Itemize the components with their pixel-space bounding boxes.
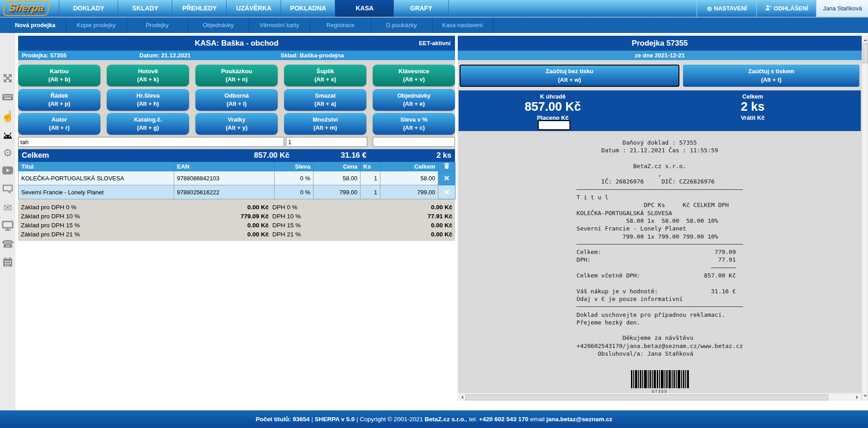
col-sleva: Sleva [275, 162, 313, 171]
vat-row: Základ pro DPH 10 % 779.09 Kč DPH 10 % 7… [18, 212, 455, 221]
pieces-label: Celkem [685, 93, 821, 100]
barcode [631, 370, 689, 390]
cell-celkem: 58.00 [380, 171, 438, 185]
table-row[interactable]: Severní Francie - Lonely Planet 97880256… [19, 185, 455, 199]
settings-button[interactable]: ⚙NASTAVENÍ [697, 0, 757, 17]
quantity-button[interactable]: Množství(Alt + m) [284, 113, 366, 135]
footer-title-count: Počet titulů: 93654 [256, 416, 309, 423]
phone-icon[interactable]: ☎ [0, 239, 15, 249]
tab-d-poukazky[interactable]: D.poukázky [371, 18, 432, 33]
kasa-sub-navigation: Nová prodejka Kopie prodejky Prodejky Ob… [0, 18, 868, 33]
envelope-icon[interactable]: ✉ [0, 202, 15, 213]
vat-row: Základ pro DPH 15 % 0.00 Kč DPH 15 % 0.0… [18, 221, 455, 230]
nav-item-sklady[interactable]: SKLADY [118, 0, 172, 17]
odborna-button[interactable]: Odborná(Alt + l) [195, 89, 278, 111]
android-icon[interactable] [0, 130, 15, 141]
scroll-left-icon[interactable] [460, 395, 463, 399]
sherpa-logo[interactable]: Sherpa [4, 1, 49, 15]
status-footer: Počet titulů: 93654 | SHERPA v 5.0 | Cop… [0, 410, 868, 428]
drawer-button[interactable]: Šuplík(Alt + x) [284, 65, 366, 86]
catalog-number-button[interactable]: Katalog.č.(Alt + g) [107, 113, 189, 135]
keyboard-button[interactable]: Klávesnice(Alt + v) [373, 65, 455, 86]
cell-titul: Severní Francie - Lonely Planet [19, 185, 174, 199]
keyboard-icon[interactable] [0, 93, 15, 103]
calendar-icon[interactable] [0, 257, 15, 269]
scroll-up-icon[interactable] [863, 38, 867, 41]
video-play-icon[interactable] [0, 166, 15, 177]
returns-button[interactable]: Vratky(Alt + y) [195, 113, 278, 135]
tab-vernostni-karty[interactable]: Věrnostní karty [249, 18, 310, 33]
logout-button[interactable]: ODHLÁŠENÍ [756, 0, 816, 17]
sale-number: Prodejka: 57355 [22, 51, 66, 60]
monitor-icon[interactable] [0, 221, 15, 233]
nav-item-uzaverka[interactable]: UZÁVĚRKA [226, 0, 281, 17]
items-table-header: Titul EAN Sleva Cena Ks Celkem [19, 162, 455, 171]
horizontal-scrollbar-thumb[interactable] [465, 395, 828, 400]
trash-icon [438, 162, 455, 171]
amount-due-value: 857.00 Kč [485, 100, 621, 114]
gear-icon: ⚙ [707, 0, 712, 17]
book-without-print-button[interactable]: Zaúčtuj bez tisku(Alt + w) [460, 65, 679, 87]
cell-ks: 1 [360, 185, 380, 199]
expand-arrows-icon[interactable] [0, 73, 15, 85]
col-ean: EAN [174, 162, 275, 171]
horizontal-scrollbar[interactable] [458, 394, 862, 400]
tab-kasa-nastaveni[interactable]: Kasa-nastavení [432, 18, 493, 33]
percent-discount-button[interactable]: Sleva v %(Alt + c) [373, 113, 455, 135]
delete-row-icon[interactable]: × [438, 185, 455, 199]
nav-item-grafy[interactable]: GRAFY [394, 0, 449, 17]
vat-row: Základ pro DPH 0 % 0.00 Kč DPH 0 % 0.00 … [18, 202, 455, 212]
cell-celkem: 799.00 [380, 185, 438, 199]
extra-input[interactable] [373, 137, 455, 147]
sale-date: Datum: 21.12.2021 [139, 51, 190, 60]
search-input[interactable] [18, 137, 284, 147]
receipt-date-bar: ze dne 2021-12-21 [458, 51, 862, 60]
nav-item-doklady[interactable]: DOKLADY [59, 0, 118, 17]
tab-nova-prodejka[interactable]: Nová prodejka [5, 18, 66, 33]
quantity-input[interactable] [286, 137, 367, 147]
orders-button[interactable]: Objednávky(Alt + e) [373, 89, 455, 111]
bulk-discount-button[interactable]: Hr.Sleva(Alt + h) [107, 89, 189, 111]
delete-button[interactable]: Smazat(Alt + a) [284, 89, 366, 111]
tab-objednavky[interactable]: Objednávky [188, 18, 249, 33]
nav-item-kasa[interactable]: KASA [335, 0, 394, 17]
delete-row-icon[interactable]: × [438, 171, 455, 185]
author-button[interactable]: Autor(Alt + r) [18, 113, 100, 135]
hand-pointer-icon[interactable]: ☝ [0, 111, 15, 122]
paid-amount-input[interactable] [538, 120, 570, 130]
nav-item-prehledy[interactable]: PŘEHLEDY [172, 0, 227, 17]
vertical-scrollbar[interactable] [862, 36, 868, 400]
cell-titul: KOLEČKA-PORTUGALSKÁ SLOVESA [19, 171, 174, 185]
app-window: Sherpa DOKLADY SKLADY PŘEHLEDY UZÁVĚRKA … [0, 0, 868, 428]
scroll-right-icon[interactable] [856, 395, 860, 399]
book-with-print-button[interactable]: Zaúčtuj s tiskem(Alt + t) [683, 65, 859, 87]
receipt-title: Prodejka 57355 [632, 39, 688, 47]
pay-cash-button[interactable]: Hotově(Alt + k) [107, 65, 189, 86]
table-row[interactable]: KOLEČKA-PORTUGALSKÁ SLOVESA 978808684210… [19, 171, 455, 185]
nav-item-pokladna[interactable]: POKLADNA [280, 0, 335, 17]
pay-card-button[interactable]: Kartou(Alt + b) [18, 65, 100, 86]
col-cena: Cena [313, 162, 360, 171]
totals-czk: 857.00 Kč [254, 149, 289, 162]
cell-cena: 58.00 [313, 171, 360, 185]
gear-icon[interactable]: ⚙ [0, 147, 15, 158]
payment-panel: K úhradě 857.00 Kč Placeno Kč Celkem 2 k… [459, 90, 861, 131]
change-label: Vrátit Kč [685, 114, 821, 121]
totals-eur: 31.16 € [341, 149, 366, 162]
items-table: Titul EAN Sleva Cena Ks Celkem KOLEČKA-P… [18, 162, 455, 199]
row-button[interactable]: Řádek(Alt + p) [18, 89, 100, 111]
settings-label: NASTAVENÍ [714, 5, 747, 12]
vertical-scrollbar-thumb[interactable] [863, 43, 868, 63]
vat-row: Základ pro DPH 21 % 0.00 Kč DPH 21 % 0.0… [18, 230, 455, 239]
speech-bubble-icon[interactable] [0, 184, 15, 196]
tab-prodejky[interactable]: Prodejky [127, 18, 188, 33]
kasa-panel: KASA: Baška - obchod EET-aktivní Prodejk… [18, 36, 455, 410]
col-titul: Titul [19, 162, 174, 171]
scroll-down-icon[interactable] [863, 395, 867, 399]
pay-voucher-button[interactable]: Poukázkou(Alt + n) [195, 65, 278, 86]
col-celkem: Celkem [380, 162, 438, 171]
totals-bar: Celkem 857.00 Kč 31.16 € 2 ks [18, 149, 455, 162]
tab-registrace[interactable]: Registrace [310, 18, 371, 33]
tab-kopie-prodejky[interactable]: Kopie prodejky [66, 18, 127, 33]
footer-version: SHERPA v 5.0 [315, 416, 355, 423]
